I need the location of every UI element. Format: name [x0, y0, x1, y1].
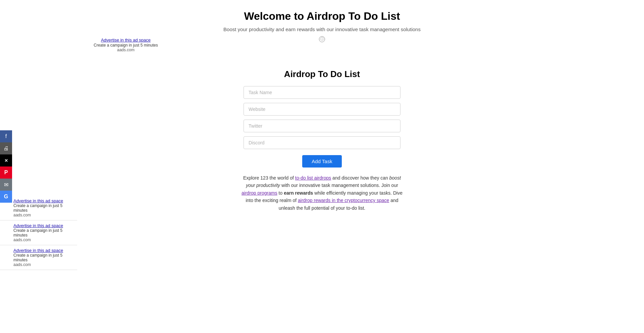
- left-ad-1-sub: Create a campaign in just 5 minutes: [13, 203, 74, 213]
- to-do-list-airdrops-link[interactable]: to-do list airdrops: [295, 175, 331, 181]
- twitter-x-icon: ✕: [4, 158, 8, 163]
- task-name-input[interactable]: [244, 86, 400, 99]
- top-right-ad-link[interactable]: Advertise in this ad space: [101, 38, 151, 43]
- top-right-ad: Advertise in this ad space Create a camp…: [91, 37, 161, 52]
- top-right-ad-sub: Create a campaign in just 5 minutes: [91, 43, 161, 48]
- left-ad-3-sub: Create a campaign in just 5 minutes: [13, 253, 74, 262]
- twitter-x-share-button[interactable]: ✕: [0, 154, 12, 166]
- pinterest-share-button[interactable]: P: [0, 166, 12, 179]
- pinterest-icon: P: [4, 170, 8, 176]
- left-ad-3-url: aads.com: [13, 262, 74, 267]
- twitter-group: [168, 120, 476, 132]
- social-sidebar: f 🖨 ✕ P ✉ G: [0, 130, 12, 203]
- left-ad-1-link[interactable]: Advertise in this ad space: [13, 198, 74, 203]
- left-ad-2-link[interactable]: Advertise in this ad space: [13, 223, 74, 228]
- discord-input[interactable]: [244, 136, 400, 149]
- main-content: Welcome to Airdrop To Do List Boost your…: [161, 0, 483, 225]
- google-share-button[interactable]: G: [0, 191, 12, 203]
- facebook-icon: f: [5, 133, 7, 139]
- website-input[interactable]: [244, 103, 400, 116]
- form-title: Airdrop To Do List: [168, 69, 476, 79]
- left-ad-2: Advertise in this ad space Create a camp…: [0, 220, 77, 245]
- print-icon: 🖨: [3, 145, 9, 151]
- print-share-button[interactable]: 🖨: [0, 142, 12, 154]
- twitter-input[interactable]: [244, 120, 400, 132]
- left-ad-2-sub: Create a campaign in just 5 minutes: [13, 228, 74, 238]
- email-icon: ✉: [4, 182, 8, 188]
- task-name-group: [168, 86, 476, 99]
- airdrop-rewards-link[interactable]: airdrop rewards in the cryptocurrency sp…: [298, 198, 389, 203]
- info-icon-top[interactable]: ⓘ: [319, 36, 325, 42]
- website-group: [168, 103, 476, 116]
- left-ad-1-url: aads.com: [13, 213, 74, 217]
- left-ad-2-url: aads.com: [13, 238, 74, 242]
- airdrop-programs-link[interactable]: airdrop programs: [241, 190, 277, 196]
- left-ad-3-link[interactable]: Advertise in this ad space: [13, 248, 74, 253]
- page-title: Welcome to Airdrop To Do List: [168, 10, 476, 22]
- left-ad-3: Advertise in this ad space Create a camp…: [0, 245, 77, 270]
- form-section: Airdrop To Do List Add Task Explore 123 …: [168, 69, 476, 212]
- facebook-share-button[interactable]: f: [0, 130, 12, 142]
- google-icon: G: [4, 194, 8, 200]
- email-share-button[interactable]: ✉: [0, 179, 12, 191]
- discord-group: [168, 136, 476, 149]
- page-subtitle: Boost your productivity and earn rewards…: [168, 26, 476, 32]
- add-task-button[interactable]: Add Task: [302, 155, 341, 168]
- top-right-ad-url: aads.com: [91, 48, 161, 52]
- description-text: Explore 123 the world of to-do list aird…: [238, 174, 406, 212]
